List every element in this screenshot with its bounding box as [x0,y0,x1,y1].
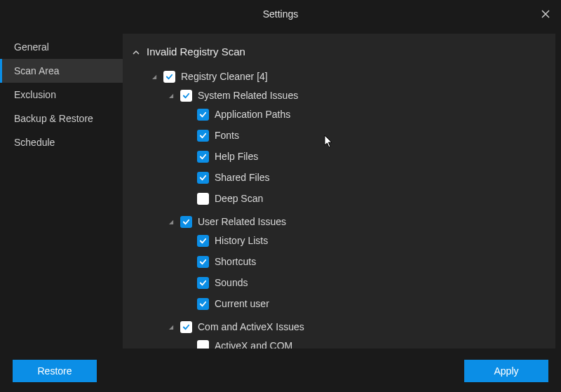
tree-row[interactable]: ◢Com and ActiveX Issues [168,318,546,335]
section-header[interactable]: Invalid Registry Scan [133,41,546,62]
tree-label: User Related Issues [198,216,286,227]
checkbox[interactable] [180,90,192,102]
checkbox[interactable] [197,172,209,184]
apply-button[interactable]: Apply [464,360,548,382]
sidebar-item-scan-area[interactable]: Scan Area [0,59,123,83]
tree-node: Current user [184,293,546,314]
tree-label: Registry Cleaner [4] [181,71,268,82]
tree-node: ◢Registry Cleaner [4]◢System Related Iss… [151,66,546,349]
checkbox[interactable] [197,256,209,268]
caret-icon: ◢ [168,93,175,99]
tree-row[interactable]: Application Paths [184,106,546,123]
section-title: Invalid Registry Scan [147,46,245,58]
tree-row[interactable]: Fonts [184,127,546,144]
checkbox[interactable] [197,340,209,349]
tree-label: Deep Scan [215,193,263,204]
checkbox[interactable] [197,298,209,310]
tree-label: Shortcuts [215,256,256,267]
tree-node: Shared Files [184,167,546,188]
tree-row[interactable]: ◢Registry Cleaner [4] [151,68,546,85]
tree-row[interactable]: Current user [184,295,546,312]
content-panel: Invalid Registry Scan ◢Registry Cleaner … [123,34,555,349]
checkbox[interactable] [197,151,209,163]
tree-label: Current user [215,298,269,309]
tree-root: ◢Registry Cleaner [4]◢System Related Iss… [133,62,546,349]
tree-row[interactable]: Shared Files [184,169,546,186]
tree-node: Help Files [184,146,546,167]
titlebar: Settings [0,0,561,28]
checkbox[interactable] [197,277,209,289]
tree-label: Help Files [215,151,258,162]
restore-button[interactable]: Restore [13,360,97,382]
tree-label: Fonts [215,130,239,141]
tree-node: ◢Com and ActiveX IssuesActiveX and COMFi… [168,316,546,349]
tree-node: ◢System Related IssuesApplication PathsF… [168,85,546,211]
body-area: GeneralScan AreaExclusionBackup & Restor… [0,28,561,350]
tree-label: System Related Issues [198,90,298,101]
tree-children: ◢System Related IssuesApplication PathsF… [151,85,546,349]
tree-node: Sounds [184,272,546,293]
tree-node: Shortcuts [184,251,546,272]
checkbox[interactable] [197,235,209,247]
close-button[interactable] [539,7,553,21]
checkbox[interactable] [197,193,209,205]
tree-label: History Lists [215,235,268,246]
tree-row[interactable]: ◢User Related Issues [168,213,546,230]
tree-row[interactable]: Help Files [184,148,546,165]
tree-row[interactable]: ◢System Related Issues [168,87,546,104]
tree-node: Fonts [184,125,546,146]
checkbox[interactable] [180,321,192,333]
tree-node: History Lists [184,230,546,251]
tree-node: ◢User Related IssuesHistory ListsShortcu… [168,211,546,316]
sidebar-item-backup-restore[interactable]: Backup & Restore [0,107,123,130]
tree-row[interactable]: Shortcuts [184,253,546,270]
caret-icon: ◢ [151,74,158,80]
checkbox[interactable] [197,109,209,121]
tree-row[interactable]: Sounds [184,274,546,291]
tree-label: Application Paths [215,109,290,120]
close-icon [541,10,550,18]
chevron-up-icon [133,45,141,58]
tree-row[interactable]: History Lists [184,232,546,249]
sidebar-item-schedule[interactable]: Schedule [0,130,123,154]
tree-label: Sounds [215,277,248,288]
tree-label: Shared Files [215,172,270,183]
sidebar-item-general[interactable]: General [0,35,123,59]
caret-icon: ◢ [168,219,175,225]
tree-label: Com and ActiveX Issues [198,321,304,332]
tree-node: Deep Scan [184,188,546,209]
checkbox[interactable] [163,71,175,83]
window-title: Settings [263,8,299,20]
tree-label: ActiveX and COM [215,340,292,349]
checkbox[interactable] [197,130,209,142]
tree-node: Application Paths [184,104,546,125]
tree-node: ActiveX and COM [184,335,546,349]
checkbox[interactable] [180,216,192,228]
caret-icon: ◢ [168,324,175,330]
tree-row[interactable]: ActiveX and COM [184,337,546,349]
tree-children: History ListsShortcutsSoundsCurrent user [168,230,546,314]
tree-children: Application PathsFontsHelp FilesShared F… [168,104,546,209]
footer: Restore Apply [0,350,561,392]
tree-children: ActiveX and COMFile Types [168,335,546,349]
scroll-area[interactable]: Invalid Registry Scan ◢Registry Cleaner … [123,34,555,349]
tree-row[interactable]: Deep Scan [184,190,546,207]
sidebar: GeneralScan AreaExclusionBackup & Restor… [0,28,123,350]
sidebar-item-exclusion[interactable]: Exclusion [0,83,123,107]
